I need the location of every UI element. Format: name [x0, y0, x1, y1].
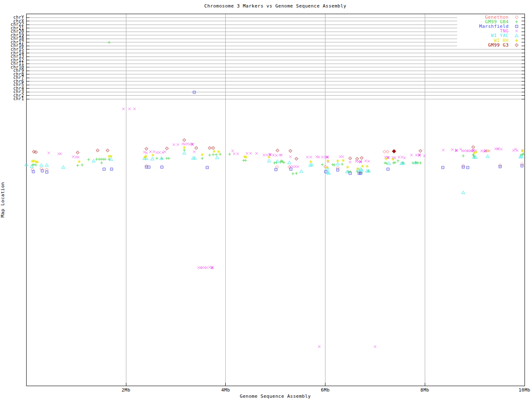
- series-points-gm99-g3: [32, 138, 475, 160]
- legend-row-wi-yac: WI YAC: [444, 33, 521, 38]
- marker: [273, 162, 276, 165]
- marker: [145, 155, 148, 158]
- marker: [206, 166, 209, 169]
- marker: [31, 164, 34, 167]
- legend-symbol-canvas: [509, 33, 521, 38]
- marker: [384, 158, 387, 160]
- marker: [268, 156, 271, 159]
- marker: [358, 172, 360, 175]
- marker: [321, 163, 324, 166]
- marker: [326, 156, 328, 158]
- x-tick-label-10Mb: 10Mb: [508, 387, 532, 393]
- series-points-wi-rh: [31, 146, 524, 170]
- marker: [309, 160, 312, 163]
- marker: [267, 159, 271, 162]
- marker: [297, 165, 299, 168]
- marker: [349, 157, 352, 160]
- legend-symbol-diamond-dot-icon: [509, 43, 521, 47]
- marker: [383, 150, 386, 153]
- legend-symbol-canvas: [509, 15, 521, 20]
- marker: [201, 157, 204, 160]
- marker: [342, 159, 345, 162]
- marker: [403, 157, 406, 159]
- marker: [349, 170, 352, 173]
- marker: [366, 165, 369, 168]
- legend-marker: [515, 25, 518, 28]
- marker: [246, 152, 248, 155]
- marker: [103, 158, 106, 161]
- series-points-marshfield: [32, 91, 523, 175]
- marker: [394, 157, 396, 159]
- marker: [151, 154, 154, 157]
- marker: [149, 150, 152, 153]
- marker: [81, 164, 84, 167]
- legend-symbol-canvas: [509, 24, 521, 29]
- legend: GenethonGM99 GB4MarshfieldTNGWI YACWI RH…: [444, 15, 521, 47]
- marker: [158, 151, 161, 154]
- marker: [318, 345, 320, 348]
- x-axis-title: Genome Sequence Assembly: [0, 394, 532, 399]
- legend-symbol-square-dot-icon: [509, 24, 521, 29]
- legend-marker: [515, 43, 518, 47]
- marker: [77, 156, 79, 158]
- marker: [292, 165, 294, 168]
- marker: [45, 163, 48, 166]
- marker: [387, 156, 389, 159]
- marker: [410, 154, 413, 156]
- marker: [78, 160, 81, 163]
- marker: [321, 156, 323, 158]
- legend-symbol-canvas: [509, 29, 521, 33]
- x-tick-label-6Mb: 6Mb: [309, 387, 342, 393]
- marker: [219, 153, 222, 156]
- marker: [472, 145, 475, 149]
- marker: [360, 160, 362, 163]
- marker: [276, 160, 279, 163]
- marker: [133, 108, 136, 110]
- marker: [128, 108, 131, 110]
- marker: [500, 148, 502, 150]
- marker: [182, 151, 186, 154]
- marker: [462, 166, 465, 168]
- marker: [145, 166, 148, 168]
- marker: [360, 156, 363, 160]
- marker: [367, 160, 370, 163]
- marker: [365, 160, 367, 162]
- marker: [92, 159, 95, 162]
- marker: [211, 266, 214, 269]
- marker: [31, 168, 34, 171]
- marker: [397, 160, 399, 163]
- marker: [201, 153, 204, 156]
- marker: [374, 345, 377, 348]
- marker: [76, 151, 79, 154]
- marker: [288, 161, 291, 164]
- marker: [208, 154, 211, 157]
- marker: [387, 168, 389, 170]
- marker: [291, 172, 294, 175]
- marker: [95, 158, 98, 161]
- marker: [186, 143, 189, 145]
- marker: [215, 156, 219, 159]
- marker: [451, 148, 453, 151]
- marker: [394, 161, 397, 164]
- chromosome-label-chr1: chr1: [0, 97, 24, 101]
- marker: [336, 160, 339, 163]
- marker: [398, 156, 400, 158]
- marker: [423, 155, 426, 157]
- legend-symbol-canvas: [509, 20, 521, 24]
- marker: [349, 161, 352, 163]
- marker: [255, 152, 258, 155]
- marker: [208, 146, 212, 150]
- marker: [294, 165, 297, 168]
- marker: [337, 169, 339, 171]
- plot-window: Chromosome 3 Markers vs Genome Sequence …: [0, 0, 532, 399]
- marker: [244, 159, 247, 162]
- marker: [275, 154, 278, 157]
- marker: [486, 150, 489, 153]
- marker: [110, 168, 113, 170]
- marker: [276, 149, 279, 152]
- marker: [201, 266, 204, 269]
- marker: [212, 146, 215, 150]
- marker: [205, 266, 208, 269]
- marker: [183, 138, 186, 142]
- marker: [356, 157, 359, 160]
